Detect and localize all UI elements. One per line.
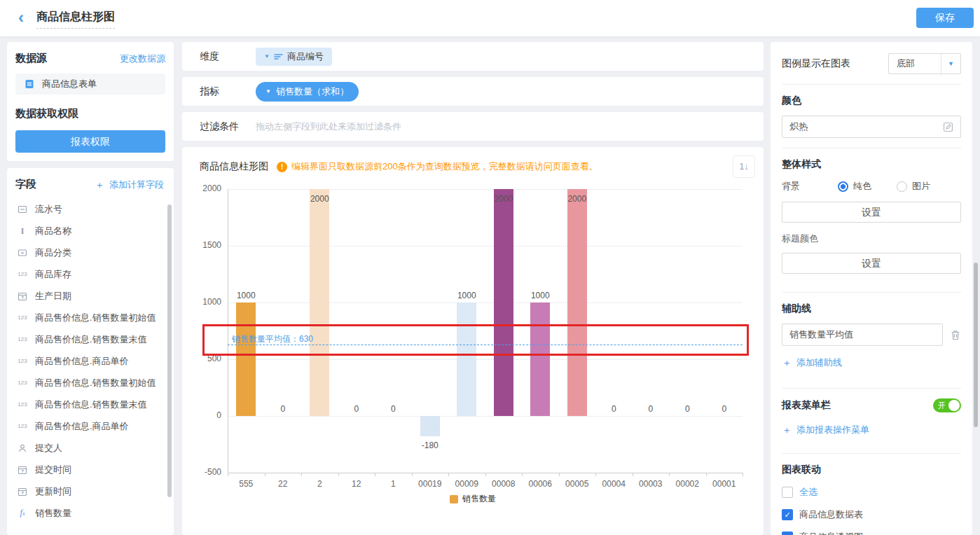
trash-icon[interactable]: [950, 329, 961, 341]
aux-line-input[interactable]: 销售数量平均值: [782, 324, 943, 346]
bar[interactable]: [457, 303, 476, 416]
background-set-button[interactable]: 设置: [782, 202, 961, 223]
datasource-item[interactable]: 商品信息表单: [15, 74, 165, 95]
linkage-item-row[interactable]: ✓商品信息透视图: [782, 531, 961, 535]
bar[interactable]: [567, 189, 587, 416]
page-title[interactable]: 商品信息柱形图: [36, 10, 115, 29]
value-label: 0: [265, 404, 301, 414]
linkage-list: ✓商品信息数据表✓商品信息透视图: [782, 508, 961, 535]
radio-image[interactable]: 图片: [897, 180, 930, 193]
date-icon: [15, 291, 29, 301]
bar[interactable]: [494, 189, 513, 416]
x-axis-tick: [228, 473, 228, 476]
add-calc-field-link[interactable]: ＋ 添加计算字段: [95, 179, 164, 191]
value-label: 1000: [448, 291, 485, 300]
x-axis-tick: [706, 473, 707, 476]
select-icon: [15, 248, 29, 258]
field-item[interactable]: 更新时间: [15, 480, 167, 502]
bar[interactable]: [420, 416, 440, 436]
checkbox-unchecked-icon: ✓: [782, 487, 793, 498]
field-item[interactable]: I商品名称: [15, 220, 167, 242]
field-item[interactable]: 提交人: [15, 437, 167, 459]
toggle-knob: [948, 400, 960, 411]
bar[interactable]: [236, 303, 256, 416]
x-axis-tick: [412, 473, 413, 476]
number-icon: 123: [15, 358, 29, 364]
metric-label: 指标: [200, 77, 219, 106]
plus-icon: ＋: [782, 425, 792, 435]
menubar-toggle[interactable]: 开: [933, 398, 961, 412]
fields-title: 字段: [15, 178, 36, 191]
field-item[interactable]: 提交时间: [15, 459, 167, 480]
fields-scrollbar[interactable]: [167, 204, 172, 497]
legend-position-select[interactable]: 底部 ▼: [888, 53, 961, 74]
filter-dropzone[interactable]: 拖动左侧字段到此处来添加过滤条件: [256, 112, 401, 141]
toggle-on-label: 开: [938, 401, 946, 410]
field-item[interactable]: 123商品售价信息.销售数量末值: [15, 394, 167, 415]
metric-chip[interactable]: ▼ 销售数量（求和）: [256, 82, 359, 102]
save-button[interactable]: 保存: [916, 8, 974, 28]
dimension-label: 维度: [200, 42, 219, 71]
x-axis-label: 00005: [559, 479, 596, 489]
select-all-row[interactable]: ✓ 全选: [782, 486, 961, 499]
window-scrollbar[interactable]: [974, 263, 978, 427]
field-item[interactable]: 生产日期: [15, 285, 167, 307]
add-report-menu-link[interactable]: ＋ 添加报表操作菜单: [782, 424, 961, 436]
chart-legend[interactable]: 销售数量: [182, 493, 764, 505]
title-color-label: 标题颜色: [782, 232, 961, 245]
change-datasource-link[interactable]: 更改数据源: [120, 53, 165, 65]
chevron-down-icon: ▼: [265, 89, 271, 95]
add-aux-line-link[interactable]: ＋ 添加辅助线: [782, 356, 961, 369]
field-item[interactable]: 123商品售价信息.销售数量初始值: [15, 372, 167, 394]
gridline: [228, 189, 743, 190]
color-scheme-input[interactable]: 炽热: [782, 116, 961, 138]
legend-swatch: [450, 495, 458, 503]
chart-panel: 商品信息柱形图 ! 编辑界面只取数据源前200条作为查询数据预览，完整数据请访问…: [182, 147, 764, 535]
dimension-chip-label: 商品编号: [287, 50, 324, 63]
field-item[interactable]: 流水号: [15, 198, 167, 220]
field-item[interactable]: 商品分类: [15, 242, 167, 263]
fields-list: 流水号I商品名称商品分类123商品库存生产日期123商品售价信息.销售数量初始值…: [15, 198, 167, 524]
bar[interactable]: [530, 303, 550, 416]
edit-icon[interactable]: [943, 122, 953, 132]
value-label: 0: [633, 404, 669, 414]
fx-icon: fx: [15, 508, 29, 518]
top-bar: ‹ 商品信息柱形图 保存: [0, 0, 980, 36]
dimension-chip[interactable]: ▼ 商品编号: [256, 48, 332, 66]
x-axis-label: 00003: [633, 479, 670, 489]
radio-solid-color[interactable]: 纯色: [838, 180, 897, 193]
x-axis-label: 555: [228, 479, 265, 489]
add-aux-line-label: 添加辅助线: [796, 356, 842, 369]
linkage-item-label: 商品信息透视图: [799, 531, 863, 535]
datasource-name: 商品信息表单: [42, 78, 97, 90]
value-label: 0: [338, 404, 375, 414]
report-permission-button[interactable]: 报表权限: [15, 130, 165, 153]
field-label: 商品售价信息.商品单价: [35, 355, 129, 368]
add-report-menu-label: 添加报表操作菜单: [796, 424, 869, 436]
field-item[interactable]: 123商品售价信息.销售数量初始值: [15, 307, 167, 328]
field-label: 提交人: [35, 442, 62, 454]
back-icon[interactable]: ‹: [18, 8, 24, 27]
field-item[interactable]: 123商品库存: [15, 263, 167, 285]
field-item[interactable]: 123商品售价信息.商品单价: [15, 415, 167, 437]
field-label: 流水号: [35, 203, 62, 216]
divider: [782, 388, 961, 389]
field-item[interactable]: fx销售数量: [15, 502, 167, 524]
linkage-item-row[interactable]: ✓商品信息数据表: [782, 508, 961, 521]
filter-row: 过滤条件 拖动左侧字段到此处来添加过滤条件: [182, 112, 764, 141]
title-color-set-button[interactable]: 设置: [782, 253, 961, 274]
gridline: [228, 246, 743, 246]
legend-position-value: 底部: [889, 57, 941, 70]
field-item[interactable]: 123商品售价信息.商品单价: [15, 350, 167, 372]
divider: [782, 148, 961, 148]
x-axis-label: 22: [265, 479, 302, 489]
gridline: [228, 359, 743, 360]
bar[interactable]: [310, 189, 329, 416]
person-icon: [15, 443, 29, 453]
field-item[interactable]: 123商品售价信息.销售数量末值: [15, 328, 167, 350]
report-menubar-title: 报表菜单栏: [782, 399, 831, 412]
field-label: 商品售价信息.商品单价: [35, 420, 129, 433]
x-axis-tick: [375, 473, 375, 476]
field-label: 商品售价信息.销售数量末值: [35, 333, 147, 346]
plus-icon: ＋: [782, 358, 792, 368]
